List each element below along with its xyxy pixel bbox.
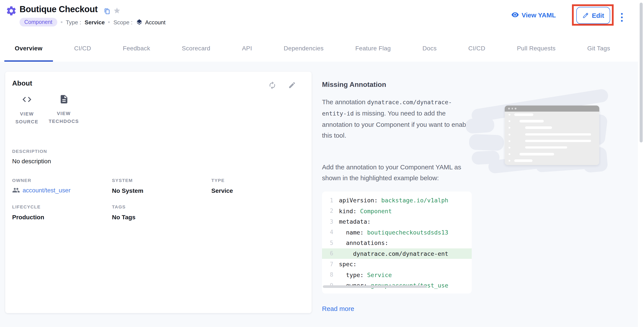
- code-icon: [22, 94, 32, 105]
- code-line-4: 4 name: boutiquecheckoutsdsds13: [322, 227, 472, 237]
- dot-separator: [60, 21, 62, 23]
- yaml-code-block: 1apiVersion: backstage.io/v1alph2kind: C…: [322, 191, 472, 293]
- type-field-label: TYPE: [211, 178, 224, 183]
- about-card: About VIEW SOURCE VIEW TECHDOCS DESCRIPT…: [5, 72, 312, 313]
- kind-chip: Component: [20, 18, 57, 27]
- tab-ci-cd[interactable]: CI/CD: [64, 35, 102, 62]
- edit-button-label: Edit: [592, 12, 604, 19]
- view-techdocs-label-line1: VIEW: [57, 109, 71, 117]
- edit-about-pencil-icon[interactable]: [288, 81, 296, 89]
- owner-label: OWNER: [12, 178, 32, 183]
- pencil-icon: [582, 12, 589, 19]
- refresh-icon[interactable]: [268, 81, 276, 90]
- page-title: Boutique Checkout: [20, 4, 98, 14]
- entity-page: Boutique Checkout Component Type : Servi…: [0, 0, 644, 327]
- view-yaml-button[interactable]: View YAML: [511, 11, 556, 19]
- tab-docs[interactable]: Docs: [412, 35, 447, 62]
- code-line-8: 8 type: Service: [322, 269, 472, 280]
- view-yaml-label: View YAML: [522, 11, 556, 19]
- code-line-5: 5 annotations:: [322, 237, 472, 248]
- view-techdocs-action[interactable]: VIEW TECHDOCS: [45, 94, 82, 125]
- type-value: Service: [84, 19, 105, 26]
- illustration-window-titlebar: [505, 106, 599, 112]
- owner-link[interactable]: account/test_user: [12, 186, 70, 194]
- layers-icon: [136, 19, 143, 26]
- description-value: No description: [12, 158, 51, 165]
- view-source-label-line1: VIEW: [20, 110, 34, 118]
- code-line-7: 7spec:: [322, 259, 472, 269]
- scope-value: Account: [145, 19, 166, 26]
- missing-annotation-body: The annotation dynatrace.com/dynatrace-e…: [322, 96, 475, 141]
- code-line-2: 2kind: Component: [322, 206, 472, 216]
- description-label: DESCRIPTION: [12, 149, 47, 154]
- code-horizontal-scrollbar[interactable]: [323, 285, 426, 288]
- tab-pull-requests[interactable]: Pull Requests: [507, 35, 566, 62]
- docs-icon: [59, 94, 69, 104]
- more-options-kebab-menu[interactable]: [618, 9, 626, 26]
- tab-git-tags[interactable]: Git Tags: [577, 35, 620, 62]
- copy-name-icon[interactable]: [104, 8, 110, 14]
- code-editor-illustration: [471, 91, 606, 169]
- lifecycle-value: Production: [12, 214, 44, 221]
- tab-overview[interactable]: Overview: [4, 35, 53, 62]
- code-line-6: 6 dynatrace.com/dynatrace-ent: [322, 248, 472, 259]
- annotation-instruction: Add the annotation to your Component YAM…: [322, 162, 479, 183]
- owner-value: account/test_user: [22, 187, 70, 194]
- read-more-link[interactable]: Read more: [322, 305, 354, 312]
- tab-api[interactable]: API: [232, 35, 262, 62]
- dot-separator: [108, 21, 110, 23]
- view-techdocs-label-line2: TECHDOCS: [48, 117, 79, 125]
- tab-scorecard[interactable]: Scorecard: [172, 35, 221, 62]
- entity-meta-row: Component Type : Service Scope : Account: [20, 18, 166, 27]
- type-label: Type :: [66, 19, 81, 26]
- page-header: Boutique Checkout Component Type : Servi…: [0, 0, 644, 35]
- tab-feedback[interactable]: Feedback: [112, 35, 160, 62]
- edit-button[interactable]: Edit: [576, 7, 610, 24]
- entity-tabs-bar: OverviewCI/CDFeedbackScorecardAPIDepende…: [0, 35, 644, 62]
- component-gear-icon: [6, 5, 17, 17]
- tags-value: No Tags: [112, 214, 136, 221]
- system-label: SYSTEM: [112, 178, 133, 183]
- group-icon: [12, 186, 20, 194]
- illustration-window: [505, 106, 599, 165]
- page-scrollbar-thumb[interactable]: [640, 3, 643, 142]
- type-field-value: Service: [211, 187, 233, 194]
- scope-label: Scope :: [114, 19, 132, 26]
- favorite-star-icon[interactable]: [113, 7, 121, 14]
- view-source-label-line2: SOURCE: [16, 118, 38, 126]
- tab-dependencies[interactable]: Dependencies: [274, 35, 334, 62]
- tab-feature-flag[interactable]: Feature Flag: [345, 35, 401, 62]
- missing-annotation-title: Missing Annotation: [322, 81, 386, 89]
- system-value: No System: [112, 187, 144, 194]
- tab-ci-cd-2[interactable]: CI/CD: [458, 35, 496, 62]
- code-line-3: 3metadata:: [322, 216, 472, 227]
- view-source-action[interactable]: VIEW SOURCE: [10, 94, 44, 126]
- code-line-1: 1apiVersion: backstage.io/v1alph: [322, 195, 472, 206]
- lifecycle-label: LIFECYCLE: [12, 204, 40, 209]
- about-card-title: About: [12, 80, 32, 87]
- eye-icon: [511, 11, 519, 19]
- tags-label: TAGS: [112, 204, 126, 209]
